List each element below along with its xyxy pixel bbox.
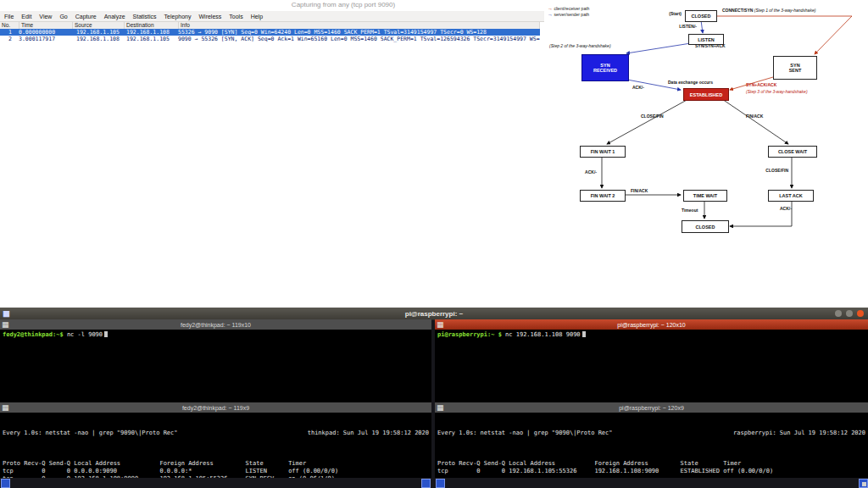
packet-info: 55326 → 9090 [SYN] Seq=0 Win=64240 Len=0… <box>177 29 540 36</box>
watch-header: Every 1.0s: netstat -nao | grep "9090\|P… <box>3 430 429 437</box>
node-closed-bottom: CLOSED <box>682 220 729 233</box>
terminal-top-right[interactable]: pi@raspberrypi:~ $ nc 192.168.1.108 9090 <box>435 330 868 402</box>
column-destination[interactable]: Destination <box>125 22 179 29</box>
arrow-connect-syn <box>715 16 852 54</box>
shell-command: nc 192.168.1.108 9090 <box>505 331 581 338</box>
fin-ack-timewait-label: FIN/ACK <box>631 188 648 193</box>
node-closed-top: CLOSED <box>685 10 717 22</box>
node-last-ack: LAST ACK <box>768 190 814 202</box>
data-exchange-label: Data exchange occurs <box>668 80 713 85</box>
terminator-window: ▦ pi@raspberrypi: ~ ▦ fedy2@thinkpad: ~ … <box>0 308 868 488</box>
node-close-wait: CLOSE WAIT <box>768 146 817 158</box>
menu-view[interactable]: View <box>39 14 52 19</box>
pane-bottom-left: ▦ fedy2@thinkpad: ~ 119x9 Every 1.0s: ne… <box>0 402 431 478</box>
netstat-output: Proto Recv-Q Send-Q Local Address Foreig… <box>3 460 429 478</box>
watch-host-date: thinkpad: Sun Jul 19 19:58:12 2020 <box>308 430 429 437</box>
pane-title: fedy2@thinkpad: ~ 119x9 <box>182 405 249 411</box>
packet-source: 192.168.1.105 <box>75 29 125 36</box>
column-time[interactable]: Time <box>19 22 73 29</box>
shell-prompt: fedy2@thinkpad:~$ <box>3 331 64 338</box>
timeout-label: Timeout <box>682 208 698 213</box>
node-fin-wait-2: FIN WAIT 2 <box>580 190 626 202</box>
ack-label-left: ACK/- <box>632 85 644 90</box>
arrow-listen-to-synreceived <box>626 43 691 53</box>
pane-top-right-titlebar[interactable]: ▦ pi@raspberrypi: ~ 120x10 <box>435 319 868 330</box>
close-fin-left-label: CLOSE/FIN <box>641 114 664 119</box>
packet-source: 192.168.1.108 <box>75 36 125 42</box>
terminator-window-title: pi@raspberrypi: ~ <box>405 310 464 318</box>
menu-telephony[interactable]: Telephony <box>164 14 192 19</box>
pane-bottom-right-titlebar[interactable]: ▦ pi@raspberrypi: ~ 120x9 <box>435 402 868 413</box>
close-fin-right-label: CLOSE/FIN <box>765 168 788 173</box>
node-syn-received: SYN RECEIVED <box>581 54 629 81</box>
packet-row-1[interactable]: 1 0.000000000 192.168.1.105 192.168.1.10… <box>0 29 540 36</box>
terminal-top-left[interactable]: fedy2@thinkpad:~$ nc -l 9090 <box>0 330 431 402</box>
terminal-cursor <box>582 331 586 337</box>
listen-dash-label: LISTEN/- <box>666 24 697 29</box>
shell-prompt: pi@raspberrypi:~ $ <box>437 331 502 338</box>
packet-info: 9090 → 55326 [SYN, ACK] Seq=0 Ack=1 Win=… <box>177 36 540 42</box>
menu-go[interactable]: Go <box>59 14 67 19</box>
watch-command: Every 1.0s: netstat -nao | grep "9090\|P… <box>3 430 178 437</box>
arrow-closed-to-listen <box>701 20 703 33</box>
pane-grid-icon: ▦ <box>2 319 9 330</box>
window-controls <box>835 310 864 317</box>
node-established: ESTABLISHED <box>683 88 729 101</box>
pane-bottom-left-titlebar[interactable]: ▦ fedy2@thinkpad: ~ 119x9 <box>0 402 431 413</box>
packet-destination: 192.168.1.105 <box>125 36 177 42</box>
pane-grid-icon: ▦ <box>2 402 9 413</box>
watch-header: Every 1.0s: netstat -nao | grep "9090\|P… <box>437 430 865 437</box>
maximize-button[interactable] <box>846 310 853 317</box>
shell-command: nc -l 9090 <box>67 331 103 338</box>
pane-bottom-right: ▦ pi@raspberrypi: ~ 120x9 Every 1.0s: ne… <box>435 402 868 478</box>
terminal-cursor <box>104 331 108 337</box>
node-fin-wait-1: FIN WAIT 1 <box>580 146 626 158</box>
node-time-wait: TIME WAIT <box>683 190 727 202</box>
packet-time: 0.000000000 <box>12 29 75 36</box>
column-no[interactable]: No. <box>0 22 19 29</box>
menu-analyze[interactable]: Analyze <box>104 14 125 19</box>
pane-title: fedy2@thinkpad: ~ 119x10 <box>181 322 251 328</box>
legend-server-path: → server/sender path <box>548 12 589 17</box>
step2-note: (Step 2 of the 3-way-handshake) <box>549 43 611 48</box>
connect-syn-text: CONNECT/SYN <box>722 8 753 13</box>
menu-statistics[interactable]: Statistics <box>133 14 157 19</box>
legend-server-label: server/sender path <box>554 12 589 17</box>
close-button[interactable] <box>857 310 864 317</box>
connect-syn-label: CONNECT/SYN (Step 1 of the 3-way-handsha… <box>722 8 815 13</box>
menu-tools[interactable]: Tools <box>229 14 242 19</box>
packet-destination: 192.168.1.108 <box>125 29 177 36</box>
pane-top-left-titlebar[interactable]: ▦ fedy2@thinkpad: ~ 119x10 <box>0 319 431 330</box>
shell-line: fedy2@thinkpad:~$ nc -l 9090 <box>3 331 429 339</box>
packet-row-2[interactable]: 2 3.000117917 192.168.1.108 192.168.1.10… <box>0 36 540 42</box>
terminator-titlebar[interactable]: ▦ pi@raspberrypi: ~ <box>0 308 868 320</box>
scrollbar-nub[interactable] <box>421 479 431 488</box>
minimize-button[interactable] <box>835 310 842 317</box>
menu-edit[interactable]: Edit <box>21 14 31 19</box>
step1-note: (Step 1 of the 3-way-handshake) <box>754 8 816 13</box>
menu-capture[interactable]: Capture <box>75 14 97 19</box>
column-info[interactable]: Info <box>179 22 540 29</box>
desktop: Capturing from any (tcp port 9090) File … <box>0 0 868 488</box>
scrollbar-nub[interactable] <box>1 479 10 488</box>
fin-ack-right-label: FIN/ACK <box>746 114 763 119</box>
window-grid-icon: ▦ <box>3 309 10 318</box>
pane-top-right: ▦ pi@raspberrypi: ~ 120x10 pi@raspberryp… <box>435 319 868 402</box>
menu-wireless[interactable]: Wireless <box>198 14 221 19</box>
resize-grip[interactable] <box>862 482 866 486</box>
wireshark-menubar: File Edit View Go Capture Analyze Statis… <box>0 11 544 22</box>
terminal-bottom-right[interactable]: Every 1.0s: netstat -nao | grep "9090\|P… <box>435 413 868 478</box>
client-path-arrow-icon: → <box>548 6 553 11</box>
step3-note: (Step 3 of the 3-way-handshake) <box>746 89 808 94</box>
pane-top-left: ▦ fedy2@thinkpad: ~ 119x10 fedy2@thinkpa… <box>0 319 431 402</box>
pane-title: pi@raspberrypi: ~ 120x10 <box>617 322 685 328</box>
pane-grid-icon: ▦ <box>437 402 444 413</box>
terminal-bottom-left[interactable]: Every 1.0s: netstat -nao | grep "9090\|P… <box>0 413 431 478</box>
menu-file[interactable]: File <box>4 14 14 19</box>
menu-help[interactable]: Help <box>251 14 263 19</box>
arrow-established-to-closewait <box>722 99 788 144</box>
start-label: (Start) <box>656 11 682 16</box>
synack-ack-label: SYN+ACK/ACK <box>746 82 776 87</box>
column-source[interactable]: Source <box>73 22 125 29</box>
scrollbar-nub[interactable] <box>436 479 445 488</box>
